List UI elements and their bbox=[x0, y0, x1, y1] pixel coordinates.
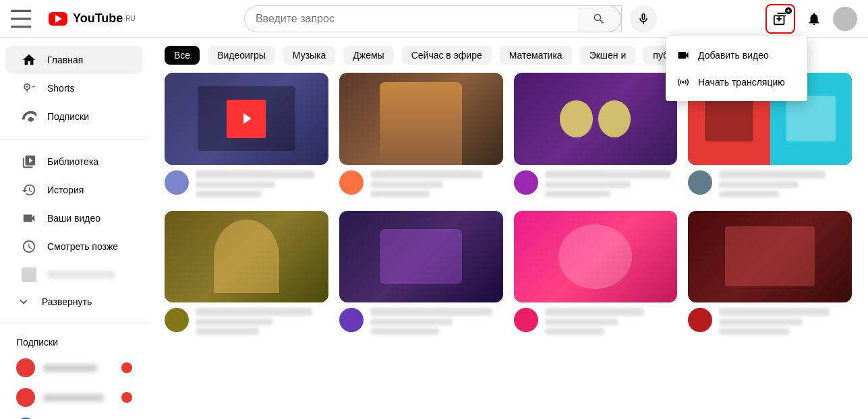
video-stats-4 bbox=[719, 191, 779, 197]
channel-avatar-3 bbox=[514, 170, 538, 195]
sidebar-divider-2 bbox=[0, 323, 148, 323]
sidebar: Главная Shorts Подписки Библиотека Истор… bbox=[0, 38, 148, 419]
subscriptions-label: Подписки bbox=[47, 111, 89, 122]
start-stream-item[interactable]: Начать трансляцию bbox=[666, 69, 807, 96]
sidebar-item-subscriptions[interactable]: Подписки bbox=[5, 102, 143, 131]
video-channel-1 bbox=[196, 181, 275, 188]
filter-music[interactable]: Музыка bbox=[283, 46, 336, 65]
video-channel-5 bbox=[196, 319, 272, 325]
video-channel-7 bbox=[545, 319, 618, 325]
svg-rect-2 bbox=[11, 26, 31, 28]
your-videos-icon bbox=[22, 211, 36, 226]
video-info-1 bbox=[165, 170, 328, 200]
channel-avatar-7 bbox=[514, 308, 538, 332]
start-stream-label: Начать трансляцию bbox=[698, 77, 785, 88]
channel-avatar-2 bbox=[339, 170, 364, 195]
filter-games[interactable]: Видеоигры bbox=[208, 46, 275, 65]
video-title-2 bbox=[370, 170, 483, 179]
video-channel-2 bbox=[370, 181, 443, 188]
sidebar-item-history[interactable]: История bbox=[5, 176, 143, 204]
video-card-1[interactable] bbox=[165, 73, 328, 200]
video-card-8[interactable] bbox=[688, 211, 852, 338]
subscriptions-title: Подписки bbox=[0, 331, 148, 353]
video-info-2 bbox=[339, 170, 503, 200]
video-meta-8 bbox=[719, 308, 852, 337]
sidebar-item-your-videos[interactable]: Ваши видео bbox=[5, 204, 143, 232]
filter-action[interactable]: Экшен и bbox=[580, 46, 636, 65]
svg-rect-1 bbox=[11, 18, 31, 20]
video-meta-5 bbox=[196, 308, 328, 337]
video-title-4 bbox=[719, 170, 825, 179]
logo-ru: RU bbox=[125, 15, 135, 22]
video-info-8 bbox=[688, 308, 852, 337]
search-input[interactable] bbox=[245, 6, 578, 32]
channel-avatar-5 bbox=[165, 308, 189, 332]
video-stats-8 bbox=[719, 328, 789, 335]
video-card-3[interactable] bbox=[514, 73, 678, 200]
expand-button[interactable]: Развернуть bbox=[0, 289, 148, 315]
video-meta-7 bbox=[545, 308, 678, 337]
watch-later-icon bbox=[22, 239, 36, 254]
sidebar-item-shorts[interactable]: Shorts bbox=[5, 74, 143, 102]
video-channel-8 bbox=[719, 319, 803, 325]
sidebar-item-home[interactable]: Главная bbox=[5, 46, 143, 74]
library-label: Библиотека bbox=[47, 156, 98, 167]
video-info-6 bbox=[339, 308, 503, 337]
video-title-5 bbox=[196, 308, 312, 316]
video-icon bbox=[676, 49, 690, 62]
sub-item-2[interactable] bbox=[0, 383, 148, 412]
video-stats-7 bbox=[545, 328, 605, 335]
filter-all[interactable]: Все bbox=[165, 46, 200, 65]
video-channel-4 bbox=[719, 181, 799, 188]
header-center bbox=[136, 5, 765, 32]
create-button[interactable] bbox=[765, 4, 795, 34]
filter-gems[interactable]: Джемы bbox=[343, 46, 393, 65]
notifications-button[interactable] bbox=[801, 5, 828, 32]
video-card-6[interactable] bbox=[339, 211, 503, 338]
user-avatar[interactable] bbox=[833, 7, 857, 31]
video-channel-6 bbox=[370, 319, 453, 325]
channel-avatar-6 bbox=[339, 308, 364, 332]
sub-item-3[interactable] bbox=[0, 412, 148, 419]
svg-rect-0 bbox=[11, 9, 31, 11]
video-title-3 bbox=[545, 170, 671, 179]
expand-icon bbox=[16, 294, 31, 309]
expand-label: Развернуть bbox=[42, 296, 92, 307]
video-channel-3 bbox=[545, 181, 631, 188]
video-meta-4 bbox=[719, 170, 852, 200]
your-videos-label: Ваши видео bbox=[47, 213, 100, 224]
home-icon bbox=[22, 53, 36, 67]
video-stats-2 bbox=[370, 191, 430, 197]
add-video-item[interactable]: Добавить видео bbox=[666, 42, 807, 69]
video-stats-5 bbox=[196, 328, 259, 335]
sidebar-divider-1 bbox=[0, 139, 148, 139]
youtube-logo[interactable]: YouTubeRU bbox=[49, 11, 136, 26]
subscriptions-icon bbox=[22, 109, 36, 124]
mic-button[interactable] bbox=[630, 5, 657, 32]
video-info-3 bbox=[514, 170, 678, 200]
filter-math[interactable]: Математика bbox=[500, 46, 572, 65]
filter-live[interactable]: Сейчас в эфире bbox=[402, 46, 492, 65]
sub-item-1[interactable] bbox=[0, 353, 148, 383]
video-card-7[interactable] bbox=[514, 211, 678, 338]
blurred-label bbox=[47, 271, 115, 279]
video-info-5 bbox=[165, 308, 328, 337]
sub-badge-2 bbox=[121, 392, 132, 403]
video-title-6 bbox=[370, 308, 492, 316]
sidebar-item-watch-later[interactable]: Смотреть позже bbox=[5, 232, 143, 261]
create-button-wrapper bbox=[765, 4, 795, 34]
sidebar-item-library[interactable]: Библиотека bbox=[5, 148, 143, 176]
sidebar-item-blurred[interactable] bbox=[5, 261, 143, 289]
video-stats-3 bbox=[545, 191, 611, 197]
svg-point-3 bbox=[682, 81, 684, 83]
video-info-4 bbox=[688, 170, 852, 200]
hamburger-button[interactable] bbox=[11, 5, 38, 32]
sub-avatar-2 bbox=[16, 388, 35, 407]
shorts-label: Shorts bbox=[47, 83, 74, 94]
channel-avatar-4 bbox=[688, 170, 712, 195]
video-meta-1 bbox=[196, 170, 328, 200]
video-card-5[interactable] bbox=[165, 211, 328, 338]
video-card-2[interactable] bbox=[339, 73, 503, 200]
channel-avatar-8 bbox=[688, 308, 712, 332]
search-button[interactable] bbox=[578, 5, 621, 32]
